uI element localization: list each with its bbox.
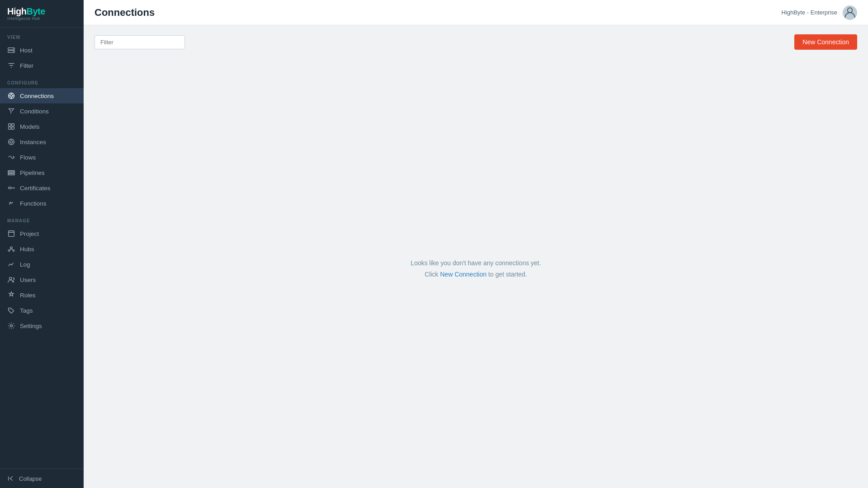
svg-rect-18 [8,172,14,174]
sidebar-item-roles-label: Roles [20,292,36,299]
main-content: Connections HighByte - Enterprise New Co… [84,0,868,488]
host-icon [7,46,15,54]
user-avatar[interactable] [843,5,857,20]
svg-rect-20 [9,187,11,189]
sidebar-item-models[interactable]: Models [0,119,84,134]
svg-point-22 [14,188,15,189]
sidebar: HighByte Intelligence Hub VIEW Host Filt… [0,0,84,488]
sidebar-item-hubs-label: Hubs [20,246,34,253]
svg-line-28 [9,249,11,250]
filter-input[interactable] [94,35,185,49]
sidebar-item-certificates[interactable]: Certificates [0,180,84,196]
sidebar-item-users[interactable]: Users [0,272,84,287]
sidebar-item-filter-label: Filter [20,62,33,69]
content-area: New Connection Looks like you don't have… [84,25,868,488]
sidebar-item-hubs[interactable]: Hubs [0,241,84,257]
svg-point-32 [10,325,13,327]
pipelines-icon [7,169,15,177]
sidebar-item-pipelines[interactable]: Pipelines [0,165,84,180]
svg-point-34 [848,8,853,13]
view-section-label: VIEW [0,28,84,42]
empty-state-suffix: to get started. [486,271,527,278]
svg-point-31 [9,309,10,310]
empty-state-link[interactable]: New Connection [440,271,487,278]
empty-state: Looks like you don't have any connection… [94,59,857,479]
users-icon [7,276,15,284]
logo: HighByte Intelligence Hub [7,6,45,21]
logo-high: High [7,6,26,17]
svg-rect-19 [8,174,14,175]
sidebar-item-log-label: Log [20,261,30,268]
sidebar-item-host-label: Host [20,47,33,54]
sidebar-item-project[interactable]: Project [0,226,84,241]
certificates-icon [7,184,15,192]
svg-point-5 [10,94,12,97]
sidebar-item-conditions-label: Conditions [20,108,49,115]
sidebar-item-tags-label: Tags [20,307,33,314]
functions-icon [7,199,15,207]
sidebar-item-flows[interactable]: Flows [0,150,84,165]
sidebar-item-filter[interactable]: Filter [0,58,84,73]
svg-rect-17 [8,171,14,172]
sidebar-item-models-label: Models [20,123,40,130]
sidebar-item-conditions[interactable]: Conditions [0,103,84,119]
sidebar-item-connections-label: Connections [20,93,54,99]
configure-section-label: CONFIGURE [0,73,84,88]
new-connection-button[interactable]: New Connection [794,34,857,50]
empty-state-prefix: Click [425,271,440,278]
project-icon [7,230,15,238]
sidebar-item-project-label: Project [20,230,39,237]
svg-point-25 [10,247,13,249]
roles-icon [7,291,15,299]
sidebar-item-connections[interactable]: Connections [0,88,84,103]
collapse-button[interactable]: Collapse [0,469,84,488]
conditions-icon [7,107,15,115]
sidebar-item-certificates-label: Certificates [20,185,51,192]
sidebar-item-users-label: Users [20,277,36,283]
toolbar: New Connection [94,34,857,50]
logo-sub: Intelligence Hub [7,17,45,21]
sidebar-item-host[interactable]: Host [0,42,84,58]
sidebar-item-flows-label: Flows [20,154,36,161]
manage-section-label: MANAGE [0,211,84,226]
sidebar-logo: HighByte Intelligence Hub [0,0,84,28]
sidebar-item-log[interactable]: Log [0,257,84,272]
sidebar-item-roles[interactable]: Roles [0,287,84,303]
svg-point-15 [10,141,12,143]
sidebar-item-instances-label: Instances [20,139,46,145]
flows-icon [7,153,15,161]
page-title: Connections [94,7,155,19]
svg-rect-23 [9,231,14,237]
logo-byte: Byte [26,6,45,17]
log-icon [7,260,15,268]
collapse-icon [7,474,15,483]
sidebar-item-functions[interactable]: Functions [0,196,84,211]
account-label: HighByte - Enterprise [781,9,837,16]
instances-icon [7,138,15,146]
empty-state-line2: Click New Connection to get started. [425,269,527,280]
svg-line-29 [11,249,13,250]
tags-icon [7,306,15,314]
collapse-label: Collapse [19,475,42,482]
svg-point-30 [9,277,12,280]
sidebar-item-settings[interactable]: Settings [0,318,84,333]
header-right: HighByte - Enterprise [781,5,857,20]
models-icon [7,122,15,131]
header: Connections HighByte - Enterprise [84,0,868,25]
empty-state-line1: Looks like you don't have any connection… [410,258,541,269]
svg-point-2 [13,48,14,49]
filter-icon [7,61,15,70]
svg-rect-12 [12,124,14,126]
sidebar-item-functions-label: Functions [20,200,47,207]
sidebar-item-instances[interactable]: Instances [0,134,84,150]
svg-rect-13 [9,127,11,129]
svg-point-16 [9,139,14,145]
hubs-icon [7,245,15,253]
sidebar-item-pipelines-label: Pipelines [20,169,45,176]
sidebar-item-settings-label: Settings [20,323,42,329]
svg-point-3 [13,51,14,52]
svg-rect-14 [12,127,14,129]
svg-rect-11 [9,124,11,126]
connections-icon [7,92,15,100]
sidebar-item-tags[interactable]: Tags [0,303,84,318]
